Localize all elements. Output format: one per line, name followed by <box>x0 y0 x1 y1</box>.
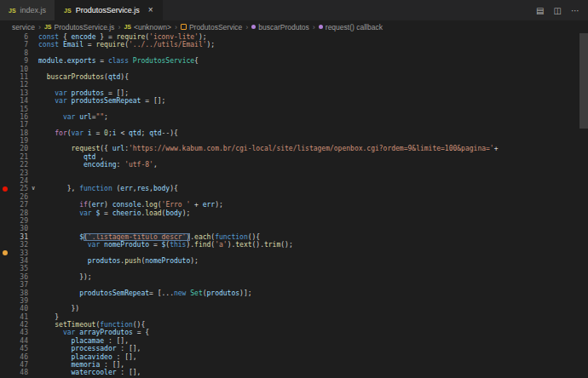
gutter-breakpoint-area[interactable] <box>0 129 11 137</box>
code-line[interactable]: 40 }) <box>0 305 588 312</box>
code-line[interactable]: 29 <box>0 217 588 225</box>
line-number[interactable]: 23 <box>11 169 28 177</box>
gutter-breakpoint-area[interactable] <box>0 305 11 312</box>
code-line[interactable]: 11 buscarProdutos(qtd){ <box>0 73 588 81</box>
code-line[interactable]: 44 placamae : [], <box>0 337 588 345</box>
code-line[interactable]: 47 memoria : [], <box>0 361 588 369</box>
gutter-breakpoint-area[interactable] <box>0 337 11 345</box>
gutter-breakpoint-area[interactable] <box>0 257 11 265</box>
gutter-breakpoint-area[interactable] <box>0 81 11 89</box>
gutter-breakpoint-area[interactable] <box>0 33 11 41</box>
open-changes-icon[interactable]: ▤ <box>536 6 544 15</box>
code-line[interactable]: 7const Email = require('../../utils/Emai… <box>0 41 588 49</box>
line-number[interactable]: 6 <box>11 33 28 41</box>
gutter-breakpoint-area[interactable] <box>0 297 11 305</box>
line-number[interactable]: 37 <box>11 281 28 289</box>
code-line[interactable]: 23 <box>0 169 588 177</box>
breadcrumb-item-file[interactable]: JS ProdutosService.js <box>44 23 114 32</box>
line-number[interactable]: 20 <box>11 145 28 152</box>
code-line[interactable]: 25∨ }, function (err,res,body){ <box>0 185 588 192</box>
code-line[interactable]: 28 var $ = cheerio.load(body); <box>0 209 588 217</box>
line-number[interactable]: 26 <box>11 193 28 201</box>
gutter-breakpoint-area[interactable] <box>0 193 11 201</box>
code-line[interactable]: 36 }); <box>0 273 588 281</box>
code-line[interactable]: 26 <box>0 193 588 201</box>
gutter-breakpoint-area[interactable] <box>0 233 11 241</box>
line-number[interactable]: 16 <box>11 113 28 121</box>
line-number[interactable]: 17 <box>11 121 28 129</box>
line-number[interactable]: 11 <box>11 73 28 81</box>
gutter-breakpoint-area[interactable] <box>0 177 11 185</box>
line-number[interactable]: 10 <box>11 66 28 73</box>
gutter-breakpoint-area[interactable] <box>0 209 11 217</box>
code-line[interactable]: 37 <box>0 281 588 289</box>
code-line[interactable]: 22 encoding: 'utf-8', <box>0 161 588 169</box>
code-line[interactable]: 6const { encode } = require('iconv-lite'… <box>0 33 588 41</box>
close-icon[interactable]: × <box>148 6 153 14</box>
gutter-breakpoint-area[interactable] <box>0 66 11 73</box>
line-number[interactable]: 48 <box>11 369 28 376</box>
gutter-breakpoint-area[interactable] <box>0 49 11 57</box>
code-line[interactable]: 10 <box>0 66 588 73</box>
code-line[interactable]: 15 <box>0 106 588 113</box>
gutter-breakpoint-area[interactable] <box>0 73 11 81</box>
code-line[interactable]: 21 qtd , <box>0 153 588 161</box>
code-line[interactable]: 43 var arrayProdutos = { <box>0 329 588 336</box>
line-number[interactable]: 34 <box>11 257 28 265</box>
gutter-breakpoint-area[interactable] <box>0 161 11 169</box>
breadcrumb-item-module[interactable]: JS <unknown> <box>124 23 171 32</box>
gutter-breakpoint-area[interactable] <box>0 345 11 352</box>
line-number[interactable]: 14 <box>11 97 28 105</box>
code-line[interactable]: 46 placavideo : [], <box>0 353 588 361</box>
line-number[interactable]: 21 <box>11 153 28 161</box>
code-line[interactable]: 8 <box>0 49 588 57</box>
code-line[interactable]: 42 setTimeout(function(){ <box>0 321 588 329</box>
line-number[interactable]: 13 <box>11 89 28 97</box>
gutter-breakpoint-area[interactable] <box>0 185 11 192</box>
gutter-breakpoint-area[interactable] <box>0 137 11 145</box>
line-number[interactable]: 43 <box>11 329 28 336</box>
line-number[interactable]: 36 <box>11 273 28 281</box>
code-line[interactable]: 41 } <box>0 313 588 321</box>
code-area[interactable]: 6const { encode } = require('iconv-lite'… <box>0 33 588 378</box>
code-line[interactable]: 20 request({ url:'https://www.kabum.com.… <box>0 145 588 152</box>
split-editor-icon[interactable]: ◫ <box>554 6 562 15</box>
scrollbar[interactable] <box>579 33 588 378</box>
code-line[interactable]: 48 watercooler : [], <box>0 369 588 376</box>
gutter-breakpoint-area[interactable] <box>0 113 11 121</box>
gutter-breakpoint-area[interactable] <box>0 241 11 249</box>
gutter-breakpoint-area[interactable] <box>0 369 11 376</box>
code-line[interactable]: 30 <box>0 225 588 232</box>
line-number[interactable]: 30 <box>11 225 28 232</box>
line-number[interactable]: 9 <box>11 57 28 65</box>
gutter-breakpoint-area[interactable] <box>0 169 11 177</box>
line-number[interactable]: 47 <box>11 361 28 369</box>
fold-icon[interactable]: ∨ <box>28 185 38 192</box>
line-number[interactable]: 19 <box>11 137 28 145</box>
breadcrumb-item-class[interactable]: ProdutosService <box>181 23 242 32</box>
code-line[interactable]: 19 <box>0 137 588 145</box>
code-line[interactable]: 18 for(var i = 0;i < qtd; qtd--){ <box>0 129 588 137</box>
line-number[interactable]: 25 <box>11 185 28 192</box>
line-number[interactable]: 33 <box>11 249 28 257</box>
line-number[interactable]: 29 <box>11 217 28 225</box>
gutter-breakpoint-area[interactable] <box>0 281 11 289</box>
line-number[interactable]: 35 <box>11 265 28 272</box>
code-line[interactable]: 45 processador : [], <box>0 345 588 352</box>
line-number[interactable]: 31 <box>11 233 28 241</box>
line-number[interactable]: 22 <box>11 161 28 169</box>
gutter-breakpoint-area[interactable] <box>0 289 11 297</box>
code-line[interactable]: 12 <box>0 81 588 89</box>
gutter-breakpoint-area[interactable] <box>0 97 11 105</box>
code-line[interactable]: 14 var produtosSemRepeat = []; <box>0 97 588 105</box>
code-line[interactable]: 16 var url=""; <box>0 113 588 121</box>
gutter-breakpoint-area[interactable] <box>0 41 11 49</box>
gutter-breakpoint-area[interactable] <box>0 57 11 65</box>
gutter-breakpoint-area[interactable] <box>0 121 11 129</box>
code-line[interactable]: 32 var nomeProduto = $(this).find('a').t… <box>0 241 588 249</box>
code-line[interactable]: 38 produtosSemRepeat= [...new Set(produt… <box>0 289 588 297</box>
breadcrumb-item-folder[interactable]: service <box>12 23 35 32</box>
code-line[interactable]: 33 <box>0 249 588 257</box>
code-line[interactable]: 39 <box>0 297 588 305</box>
gutter-breakpoint-area[interactable] <box>0 353 11 361</box>
